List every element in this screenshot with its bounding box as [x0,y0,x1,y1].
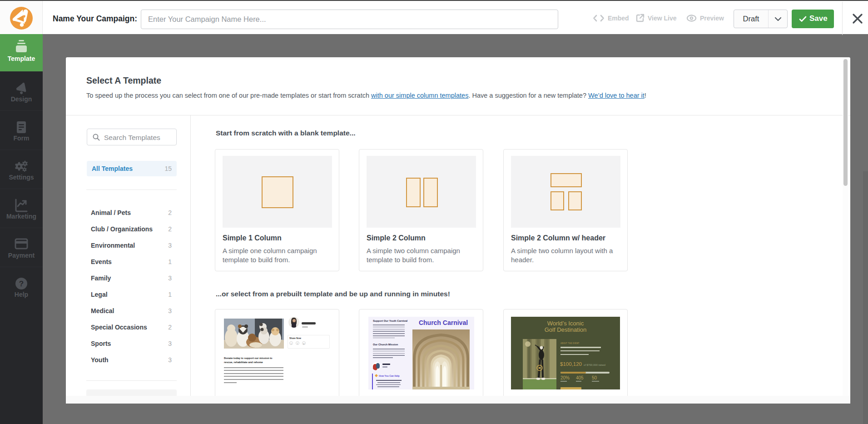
svg-text:?: ? [19,279,24,288]
